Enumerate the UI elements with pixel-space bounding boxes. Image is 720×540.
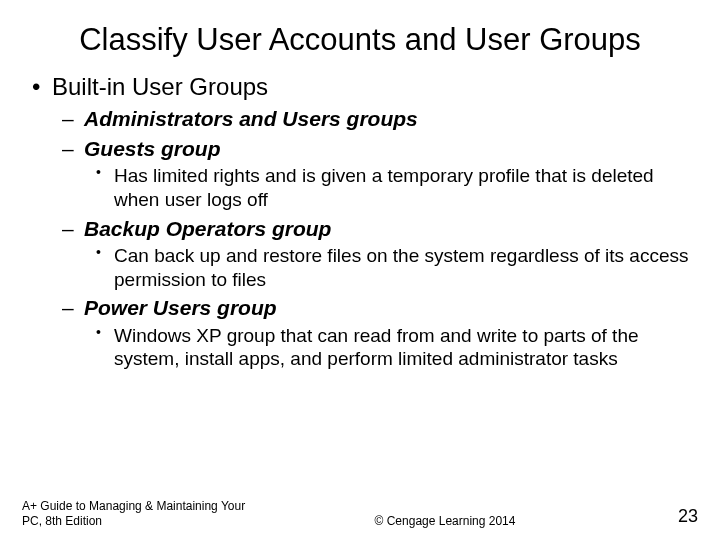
group-guests-label: Guests group bbox=[84, 137, 221, 160]
slide-body: Built-in User Groups Administrators and … bbox=[0, 66, 720, 372]
group-power-users-desc: Windows XP group that can read from and … bbox=[114, 324, 692, 372]
group-guests-desc: Has limited rights and is given a tempor… bbox=[114, 164, 692, 212]
page-number: 23 bbox=[638, 506, 698, 528]
group-backup-operators-desc: Can back up and restore files on the sys… bbox=[114, 244, 692, 292]
slide-footer: A+ Guide to Managing & Maintaining Your … bbox=[0, 499, 720, 528]
bullet-top: Built-in User Groups Administrators and … bbox=[52, 72, 692, 372]
slide-title: Classify User Accounts and User Groups bbox=[0, 0, 720, 66]
group-power-users: Power Users group Windows XP group that … bbox=[84, 295, 692, 371]
group-backup-operators-label: Backup Operators group bbox=[84, 217, 331, 240]
footer-center: © Cengage Learning 2014 bbox=[252, 514, 638, 528]
group-admins-users: Administrators and Users groups bbox=[84, 106, 692, 132]
group-power-users-label: Power Users group bbox=[84, 296, 277, 319]
slide: Classify User Accounts and User Groups B… bbox=[0, 0, 720, 540]
group-backup-operators: Backup Operators group Can back up and r… bbox=[84, 216, 692, 292]
bullet-top-text: Built-in User Groups bbox=[52, 73, 268, 100]
footer-left: A+ Guide to Managing & Maintaining Your … bbox=[22, 499, 252, 528]
group-guests: Guests group Has limited rights and is g… bbox=[84, 136, 692, 212]
